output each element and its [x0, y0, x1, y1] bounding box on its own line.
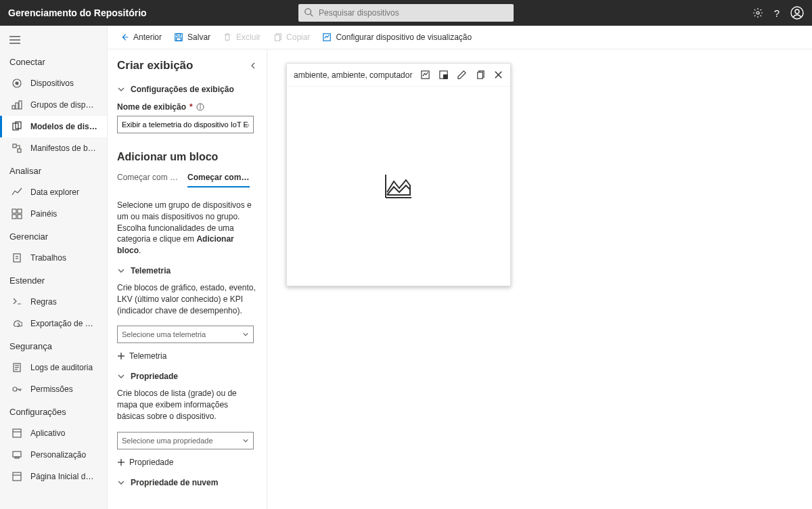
- svg-rect-47: [422, 71, 429, 79]
- sidebar-group-header: Configurações: [0, 400, 107, 422]
- telemetry-select[interactable]: Selecione uma telemetria: [117, 326, 254, 343]
- sidebar-group-header: Gerenciar: [0, 225, 107, 247]
- svg-rect-38: [275, 35, 280, 41]
- left-sidebar: Conectar Dispositivos Grupos de disposit…: [0, 26, 108, 509]
- info-icon[interactable]: [196, 103, 204, 111]
- svg-rect-37: [177, 38, 181, 41]
- back-button[interactable]: Anterior: [120, 32, 162, 42]
- chart-tile[interactable]: ambiente, ambiente, computador: [286, 63, 511, 286]
- sidebar-group-header: Segurança: [0, 334, 107, 357]
- svg-rect-33: [13, 472, 21, 481]
- plus-icon: [117, 458, 125, 466]
- sidebar-item-edge-manifests[interactable]: Manifestos de borda: [0, 137, 107, 159]
- gear-icon[interactable]: [752, 7, 763, 18]
- sidebar-item-rules[interactable]: Regras: [0, 291, 107, 313]
- preview-device-button[interactable]: Configurar dispositivo de visualização: [322, 32, 472, 42]
- svg-rect-12: [19, 101, 22, 109]
- svg-point-9: [16, 82, 18, 85]
- sidebar-item-data-explorer[interactable]: Data explorer: [0, 181, 107, 203]
- sidebar-group-header: Estender: [0, 269, 107, 291]
- save-button[interactable]: Salvar: [174, 32, 210, 42]
- telemetry-section-toggle[interactable]: Telemetria: [117, 266, 257, 275]
- area-chart-placeholder-icon: [383, 171, 414, 202]
- config-panel: Criar exibição Configurações de exibição…: [108, 49, 267, 509]
- svg-rect-21: [14, 254, 20, 262]
- svg-rect-11: [16, 103, 18, 109]
- cloud-property-section-toggle[interactable]: Propriedade de nuvem: [117, 478, 257, 487]
- display-name-label: Nome de exibição*: [117, 102, 257, 112]
- chevron-down-icon: [242, 437, 249, 444]
- command-bar: Anterior Salvar Excluir Copiar Configura…: [108, 26, 812, 49]
- resize-icon[interactable]: [438, 70, 449, 80]
- tile-header: ambiente, ambiente, computador: [287, 64, 510, 87]
- view-canvas[interactable]: ambiente, ambiente, computador: [267, 49, 812, 509]
- add-tile-tabs: Começar com u... Começar com d...: [117, 173, 257, 187]
- copy-button: Copiar: [273, 32, 310, 42]
- add-tile-heading: Adicionar um bloco: [117, 151, 257, 163]
- display-name-input[interactable]: [117, 116, 254, 133]
- add-property-button[interactable]: Propriedade: [117, 458, 257, 467]
- brand-title: Gerenciamento do Repositório: [8, 7, 147, 18]
- tile-title: ambiente, ambiente, computador: [294, 70, 420, 80]
- svg-rect-39: [323, 34, 331, 41]
- sidebar-item-device-templates[interactable]: Modelos de dispo...: [0, 116, 107, 137]
- sidebar-item-device-groups[interactable]: Grupos de dispositivos: [0, 94, 107, 116]
- view-settings-toggle[interactable]: Configurações de exibição: [117, 85, 257, 94]
- panel-title: Criar exibição: [117, 59, 193, 72]
- chevron-down-icon: [117, 267, 125, 275]
- svg-rect-16: [18, 149, 21, 152]
- plus-icon: [117, 352, 125, 360]
- chevron-down-icon: [117, 85, 125, 93]
- svg-point-28: [13, 387, 17, 391]
- svg-rect-50: [478, 72, 483, 79]
- hamburger-icon[interactable]: [0, 31, 107, 50]
- global-search: [298, 4, 514, 22]
- svg-rect-17: [12, 209, 16, 213]
- delete-button: Excluir: [223, 32, 261, 42]
- sidebar-item-iot-home[interactable]: Página Inicial do IoT C: [0, 466, 107, 487]
- svg-rect-49: [444, 75, 448, 79]
- svg-rect-32: [15, 457, 19, 458]
- add-telemetry-button[interactable]: Telemetria: [117, 351, 257, 361]
- telemetry-desc: Crie blocos de gráfico, estado, evento, …: [117, 282, 257, 316]
- chevron-down-icon: [242, 331, 249, 338]
- svg-rect-36: [177, 34, 180, 37]
- account-icon[interactable]: [790, 6, 804, 20]
- svg-rect-18: [18, 209, 22, 213]
- edit-icon[interactable]: [457, 70, 467, 80]
- chevron-down-icon: [117, 372, 125, 380]
- help-icon[interactable]: ?: [774, 7, 780, 19]
- sidebar-item-data-export[interactable]: Exportação de dados: [0, 313, 107, 334]
- tab-start-with-devices[interactable]: Começar com d...: [187, 173, 250, 187]
- sidebar-item-customization[interactable]: Personalização: [0, 444, 107, 466]
- svg-rect-10: [12, 106, 15, 109]
- sidebar-item-dashboards[interactable]: Painéis: [0, 203, 107, 225]
- app-header: Gerenciamento do Repositório ?: [0, 0, 812, 26]
- sidebar-item-jobs[interactable]: Trabalhos: [0, 247, 107, 269]
- svg-rect-29: [13, 429, 21, 437]
- sidebar-item-permissions[interactable]: Permissões: [0, 378, 107, 400]
- tab-start-with-visual[interactable]: Começar com u...: [117, 173, 179, 187]
- sidebar-item-audit-logs[interactable]: Logs de auditoria: [0, 357, 107, 378]
- chart-type-icon[interactable]: [420, 70, 430, 80]
- collapse-panel-icon[interactable]: [249, 62, 257, 70]
- duplicate-icon[interactable]: [475, 70, 485, 80]
- close-icon[interactable]: [493, 70, 503, 80]
- tile-body: [287, 87, 510, 286]
- instructions-text: Selecione um grupo de dispositivos e um …: [117, 200, 257, 257]
- property-select[interactable]: Selecione uma propriedade: [117, 432, 254, 449]
- chevron-down-icon: [117, 479, 125, 487]
- svg-point-2: [757, 12, 759, 14]
- svg-rect-31: [13, 451, 21, 457]
- svg-rect-19: [12, 215, 16, 219]
- property-desc: Crie blocos de lista (grade) ou de mapa …: [117, 388, 257, 422]
- svg-point-42: [200, 105, 200, 106]
- sidebar-group-header: Analisar: [0, 159, 107, 181]
- svg-point-4: [795, 9, 799, 14]
- svg-rect-15: [13, 144, 16, 148]
- property-section-toggle[interactable]: Propriedade: [117, 372, 257, 381]
- svg-rect-20: [18, 215, 22, 219]
- sidebar-item-devices[interactable]: Dispositivos: [0, 72, 107, 94]
- search-input[interactable]: [298, 4, 514, 22]
- sidebar-item-application[interactable]: Aplicativo: [0, 422, 107, 444]
